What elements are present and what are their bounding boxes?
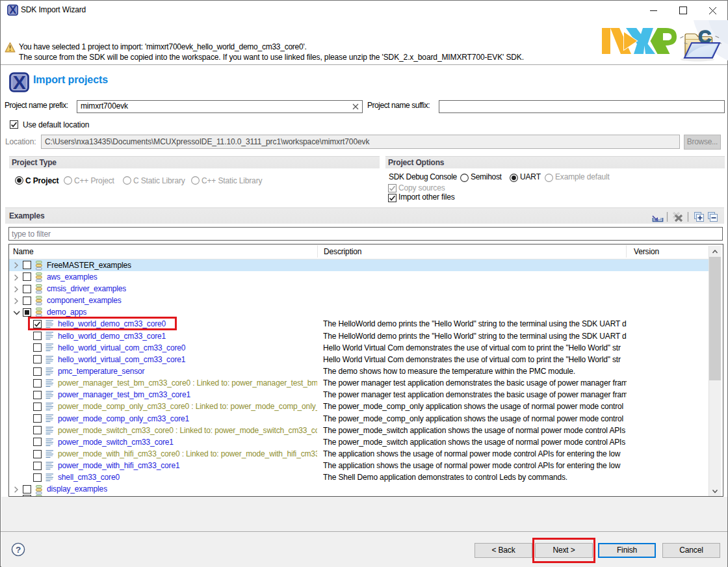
svg-text:X: X [9,5,16,16]
svg-text:X: X [13,72,26,92]
svg-text:?: ? [16,545,21,555]
